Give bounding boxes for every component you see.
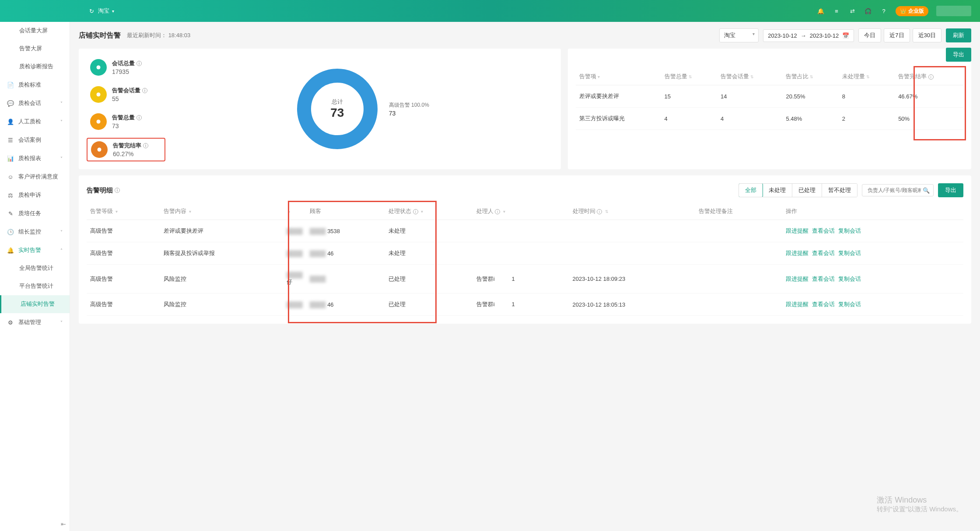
quick-date-button[interactable]: 近30日 — [913, 28, 942, 42]
info-icon[interactable]: i — [115, 188, 120, 193]
filter-icon[interactable]: ▾ — [189, 209, 191, 214]
sidebar-item[interactable]: ☰会话案例 — [0, 131, 70, 149]
sidebar-item[interactable]: 会话量大屏 — [0, 22, 70, 40]
list-icon[interactable]: ≡ — [833, 7, 840, 15]
status-tab[interactable]: 暂不处理 — [822, 184, 857, 197]
sidebar-item[interactable]: ✎质培任务 — [0, 204, 70, 223]
action-link[interactable]: 跟进提醒 — [786, 250, 808, 256]
filter-icon[interactable]: ▾ — [598, 74, 600, 79]
info-icon[interactable]: i — [413, 209, 418, 214]
sidebar-item[interactable]: ⚖质检申诉 — [0, 186, 70, 204]
sidebar-item[interactable]: 👤人工质检˅ — [0, 112, 70, 131]
sidebar-item[interactable]: 💬质检会话˅ — [0, 94, 70, 112]
action-link[interactable]: 查看会话 — [812, 227, 835, 234]
action-link[interactable]: 跟进提醒 — [786, 276, 808, 282]
sidebar-item[interactable]: 质检诊断报告 — [0, 58, 70, 76]
action-link[interactable]: 复制会话 — [838, 250, 861, 256]
summary-header[interactable]: 告警占比⇅ — [782, 69, 838, 85]
sort-icon[interactable]: ⇅ — [750, 75, 754, 79]
detail-header[interactable]: 告警处理备注 — [695, 203, 782, 220]
table-cell: 20.55% — [782, 85, 838, 108]
detail-header[interactable]: 处理状态 i ▾ — [385, 203, 473, 220]
refresh-label: 最近刷新时间： — [127, 32, 167, 38]
refresh-button[interactable]: 刷新 — [946, 28, 971, 42]
detail-header[interactable]: 处理人 i ▾ — [473, 203, 569, 220]
sort-icon[interactable]: ⇅ — [689, 75, 692, 79]
detail-header[interactable]: 告警等级 ▾ — [87, 203, 160, 220]
filter-icon[interactable]: ▾ — [503, 209, 505, 214]
info-icon[interactable]: i — [143, 143, 148, 148]
summary-header[interactable]: 告警会话量⇅ — [717, 69, 782, 85]
info-icon[interactable]: i — [136, 61, 142, 66]
sidebar-item[interactable]: 📄质检标准 — [0, 76, 70, 94]
sync-icon[interactable]: ⇄ — [848, 7, 856, 15]
action-link[interactable]: 查看会话 — [812, 250, 835, 256]
info-icon[interactable]: i — [142, 88, 147, 93]
help-icon[interactable]: ? — [880, 7, 888, 15]
action-link[interactable]: 跟进提醒 — [786, 227, 808, 234]
action-link[interactable]: 复制会话 — [838, 301, 861, 307]
platform-selector[interactable]: ↻ 淘宝 ▾ — [88, 7, 114, 15]
summary-header[interactable]: 未处理量⇅ — [839, 69, 895, 85]
search-input[interactable] — [866, 185, 923, 196]
filter-icon[interactable]: ▾ — [116, 209, 118, 214]
action-link[interactable]: 查看会话 — [812, 301, 835, 307]
appeal-icon: ⚖ — [7, 192, 14, 199]
collapse-icon[interactable]: ⇤ — [61, 521, 66, 528]
sidebar-item-label: 质检申诉 — [18, 191, 41, 199]
sort-icon[interactable]: ⇅ — [605, 210, 609, 214]
filter-icon[interactable]: ▾ — [421, 209, 423, 214]
detail-header[interactable]: ▾ — [283, 203, 306, 220]
sidebar-item[interactable]: 店铺实时告警 — [0, 295, 70, 313]
sidebar-item[interactable]: 🔔实时告警˄ — [0, 241, 70, 259]
date-range-picker[interactable]: 2023-10-12 → 2023-10-12 📅 — [763, 29, 854, 42]
status-tab[interactable]: 全部 — [738, 183, 763, 197]
sort-icon[interactable]: ⇅ — [810, 75, 813, 79]
summary-header[interactable]: 告警项▾ — [576, 69, 661, 85]
avatar[interactable] — [936, 6, 971, 16]
summary-header[interactable]: 告警总量⇅ — [661, 69, 717, 85]
table-cell: ████ 46 — [306, 242, 385, 265]
export-button[interactable]: 导出 — [946, 48, 971, 62]
status-tab[interactable]: 已处理 — [792, 184, 822, 197]
info-icon[interactable]: i — [928, 74, 934, 80]
info-icon[interactable]: i — [495, 209, 500, 214]
sidebar-item[interactable]: 🕒组长监控˅ — [0, 223, 70, 241]
detail-header[interactable]: 顾客 — [306, 203, 385, 220]
search-icon[interactable]: 🔍 — [923, 187, 930, 194]
table-cell: ████ — [283, 220, 306, 242]
info-icon[interactable]: i — [136, 115, 142, 120]
action-link[interactable]: 查看会话 — [812, 276, 835, 282]
info-icon[interactable]: i — [597, 209, 602, 214]
bell-icon[interactable]: 🔔 — [817, 7, 825, 15]
table-cell — [569, 242, 696, 265]
summary-header[interactable]: 告警完结率 i — [895, 69, 963, 85]
metric-value: 60.27% — [113, 150, 148, 157]
headset-icon[interactable]: 🎧 — [864, 7, 872, 15]
table-cell: ████ — [306, 265, 385, 293]
sort-icon[interactable]: ⇅ — [866, 75, 870, 79]
quick-date-button[interactable]: 近7日 — [884, 28, 910, 42]
quick-date-button[interactable]: 今日 — [858, 28, 881, 42]
detail-header[interactable]: 告警内容 ▾ — [160, 203, 283, 220]
detail-header[interactable]: 处理时间 i ⇅ — [569, 203, 696, 220]
detail-export-button[interactable]: 导出 — [938, 183, 963, 197]
table-cell: 差评或要挟差评 — [160, 220, 283, 242]
action-link[interactable]: 跟进提醒 — [786, 301, 808, 307]
action-link[interactable]: 复制会话 — [838, 276, 861, 282]
platform-select-value: 淘宝 — [724, 32, 735, 38]
detail-header[interactable]: 操作 — [782, 203, 963, 220]
action-link[interactable]: 复制会话 — [838, 227, 861, 234]
platform-select[interactable]: 淘宝 — [719, 28, 759, 42]
sidebar-item[interactable]: ⚙基础管理˅ — [0, 313, 70, 332]
sidebar-item[interactable]: 平台告警统计 — [0, 277, 70, 295]
sidebar-item[interactable]: ☺客户评价满意度 — [0, 168, 70, 186]
sidebar-item[interactable]: 📊质检报表˅ — [0, 149, 70, 168]
table-row: 第三方投诉或曝光445.48%250% — [576, 108, 963, 130]
sidebar-item[interactable]: 全局告警统计 — [0, 259, 70, 277]
sidebar-item[interactable]: 告警大屏 — [0, 40, 70, 58]
actions-cell: 跟进提醒查看会话复制会话 — [782, 265, 963, 293]
status-tab[interactable]: 未处理 — [763, 184, 792, 197]
filter-icon[interactable]: ▾ — [288, 210, 290, 214]
enterprise-badge[interactable]: 👑 企业版 — [896, 6, 928, 16]
